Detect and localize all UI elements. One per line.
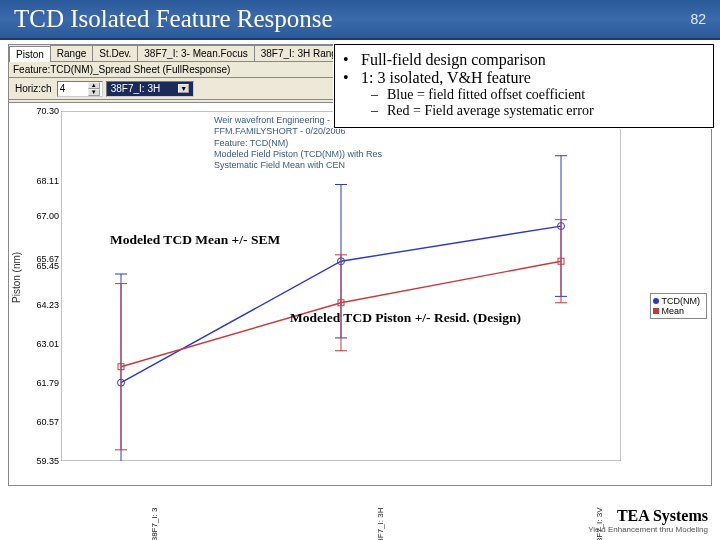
- info-line: Modeled Field Piston (TCD(NM)) with Res: [214, 149, 514, 160]
- tab-piston[interactable]: Piston: [9, 46, 51, 62]
- overlay-sub: –Red = Field average systematic error: [343, 103, 705, 119]
- legend-marker-icon: [653, 308, 659, 314]
- x-axis-ticks: 38F7_I: 338F7_I: 3H38F7_I: 3V: [61, 463, 621, 509]
- legend-item: Mean: [653, 306, 701, 316]
- title-bar: TCD Isolated Feature Response 82: [0, 0, 720, 40]
- overlay-sub: –Blue = field fitted offset coefficient: [343, 87, 705, 103]
- horiz-spin-input[interactable]: [60, 83, 88, 94]
- page-number: 82: [690, 11, 706, 27]
- slide-footer: TEA Systems Yield Enhancement thru Model…: [588, 507, 708, 534]
- overlay-bullet: •1: 3 isolated, V&H feature: [343, 69, 705, 87]
- spin-down-icon[interactable]: ▼: [88, 89, 100, 96]
- chart-area: Weir wavefront Engineering - Family FFM.…: [9, 102, 711, 485]
- series-dropdown[interactable]: 38F7_I: 3H ▼: [106, 81, 194, 97]
- brand: TEA Systems: [588, 507, 708, 525]
- horiz-spin[interactable]: ▲ ▼: [57, 81, 103, 97]
- dropdown-value: 38F7_I: 3H: [111, 83, 160, 94]
- overlay-bullet: •Full-field design comparison: [343, 51, 705, 69]
- tab-stdev[interactable]: St.Dev.: [92, 45, 138, 61]
- annotation-piston-resid: Modeled TCD Piston +/- Resid. (Design): [290, 310, 521, 326]
- info-line: Systematic Field Mean with CEN: [214, 160, 514, 171]
- legend-marker-icon: [653, 298, 659, 304]
- tagline: Yield Enhancement thru Modeling: [588, 525, 708, 534]
- info-line: Feature: TCD(NM): [214, 138, 514, 149]
- slide-title: TCD Isolated Feature Response: [14, 5, 333, 33]
- tab-mean-focus[interactable]: 38F7_I: 3- Mean.Focus: [137, 45, 254, 61]
- horiz-label: Horiz:ch: [15, 83, 52, 94]
- annotation-mean-sem: Modeled TCD Mean +/- SEM: [110, 232, 280, 248]
- chevron-down-icon: ▼: [178, 84, 189, 93]
- chart-legend: TCD(NM) Mean: [650, 293, 708, 319]
- legend-item: TCD(NM): [653, 296, 701, 306]
- y-axis-ticks: 70.3068.1167.0065.6765.4564.2363.0161.79…: [21, 111, 59, 461]
- spin-up-icon[interactable]: ▲: [88, 82, 100, 89]
- overlay-notes: •Full-field design comparison •1: 3 isol…: [334, 44, 714, 128]
- tab-range[interactable]: Range: [50, 45, 93, 61]
